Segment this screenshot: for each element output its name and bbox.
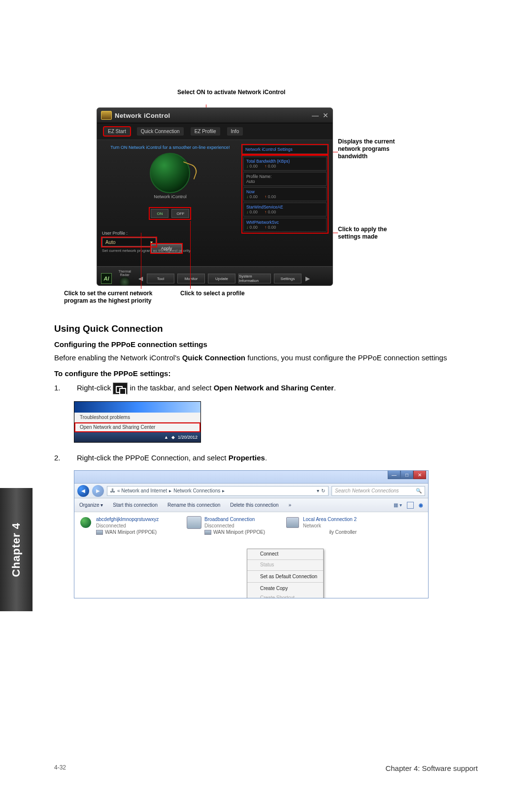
tray-flag-icon: ▲ [164,435,168,440]
toolbar-start-connection[interactable]: Start this connection [113,502,158,508]
preview-pane-icon[interactable] [407,502,414,509]
annot-line [141,233,141,289]
bottom-bar: AI Thermal Radar ◀ Tool Monitor Update S… [97,266,332,286]
heading-configuring-pppoe: Configuring the PPPoE connection setting… [54,340,478,349]
back-button[interactable]: ◀ [77,485,89,497]
chapter-title: Chapter 4: Software support [385,764,478,772]
user-profile-label: User Profile : [102,231,238,236]
connection-item[interactable]: abcdefghijklmnopqrstuvwxyz Disconnected … [78,516,182,595]
asus-logo-icon [101,111,112,120]
bandwidth-panel: Total Bandwidth (KBps) ↓ 0.00↑ 0.00 Prof… [242,156,328,233]
breadcrumb[interactable]: 🖧 « Network and Internet▸Network Connect… [107,486,329,496]
step-1: 1. Right-click in the taskbar, and selec… [54,383,478,394]
ai-suite-icon[interactable]: AI [101,273,112,284]
miniport-icon [96,530,103,535]
hint-text: Turn ON Network iControl for a smoother … [102,145,238,150]
profile-name-label: Profile Name: [246,174,324,179]
bottom-settings[interactable]: Settings [274,274,301,283]
annot-right-apply: Click to apply the settings made [338,226,407,241]
menu-troubleshoot[interactable]: Troubleshoot problems [74,413,200,422]
profile-select[interactable]: Auto ▾ [102,238,156,246]
page-footer: 4-32 Chapter 4: Software support [54,764,478,772]
view-icon[interactable]: ▦ ▾ [394,502,402,508]
on-button[interactable]: ON [151,209,168,218]
network-tray-icon [113,383,128,394]
toolbar-delete-connection[interactable]: Delete this connection [230,502,278,508]
tray-icon: ◆ [171,435,175,440]
chevron-down-icon: ▾ [150,240,153,245]
blurred-window-strip [74,402,200,413]
close-button[interactable]: ✕ [413,470,426,479]
bottom-sysinfo[interactable]: System Information [238,274,271,283]
body-text: Before enabling the Network iControl's Q… [54,352,478,363]
off-button[interactable]: OFF [171,209,189,218]
bottom-update[interactable]: Update [208,274,235,283]
minimize-button[interactable]: — [388,470,400,479]
heading-to-configure: To configure the PPPoE settings: [54,369,478,378]
figure-network-connections-window: — □ ✕ ◀ ▶ 🖧 « Network and Internet▸Netwo… [74,470,429,598]
window-titlebar: Network iControl — ✕ [97,108,332,123]
toolbar: Organize ▾ Start this connection Rename … [74,498,428,512]
annot-line [190,221,191,289]
ctx-create-shortcut[interactable]: Create Shortcut [247,593,323,598]
taskbar: ▲ ◆ 1/20/2012 [74,432,200,442]
step-2: 2. Right-click the PPPoE Connection, and… [54,453,478,464]
help-icon[interactable]: ◉ [419,502,423,508]
annot-bottom-left: Click to set the current network program… [64,290,172,305]
app-window-network-icontrol: Network iControl — ✕ EZ Start Quick Conn… [97,107,333,286]
tab-ez-profile[interactable]: EZ Profile [191,127,220,136]
connection-modem-icon [187,516,201,529]
connection-globe-icon [78,516,93,529]
ctx-status: Status [247,560,323,569]
annot-right-bandwidth: Displays the current network programs ba… [338,138,407,160]
ctx-connect[interactable]: Connect [247,549,323,560]
tab-quick-connection[interactable]: Quick Connection [137,127,184,136]
profile-select-value: Auto [105,240,116,245]
menu-open-network-sharing[interactable]: Open Network and Sharing Center [74,422,200,432]
ctx-create-copy[interactable]: Create Copy [247,584,323,593]
maximize-button[interactable]: □ [400,470,413,479]
chevron-right-icon[interactable]: ▶ [304,275,311,282]
radar-icon [119,277,130,286]
globe-icon [150,153,190,193]
toolbar-more[interactable]: » [289,502,292,508]
window-title: Network iControl [115,112,170,119]
toolbar-rename-connection[interactable]: Rename this connection [167,502,220,508]
context-menu: Connect Status Set as Default Connection… [247,549,324,598]
annot-top: Select ON to activate Network iControl [177,89,285,96]
globe-label: Network iControl [102,194,238,199]
connection-lan-icon [285,516,300,529]
page-number: 4-32 [54,764,66,772]
window-titlebar: — □ ✕ [74,471,428,484]
tab-info[interactable]: Info [227,127,243,136]
bottom-tool[interactable]: Tool [147,274,174,283]
thermal-radar[interactable]: Thermal Radar [115,270,134,286]
tray-date: 1/20/2012 [178,435,198,440]
bandwidth-label: Total Bandwidth (KBps) [246,159,324,164]
annot-bottom-mid: Click to select a profile [180,290,245,297]
tab-ez-start[interactable]: EZ Start [104,127,130,136]
bottom-monitor[interactable]: Monitor [177,274,205,283]
toolbar-organize[interactable]: Organize ▾ [79,502,103,508]
search-icon: 🔍 [416,488,422,493]
tabs: EZ Start Quick Connection EZ Profile Inf… [97,123,332,140]
close-icon[interactable]: ✕ [323,111,329,119]
search-input[interactable]: Search Network Connections 🔍 [332,486,425,496]
heading-using-quick-connection: Using Quick Connection [54,323,478,334]
network-folder-icon: 🖧 [110,488,115,493]
ctx-set-default[interactable]: Set as Default Connection [247,572,323,581]
forward-button[interactable]: ▶ [92,485,104,497]
chapter-tab: Chapter 4 [0,488,33,611]
minimize-icon[interactable]: — [312,111,319,119]
settings-header[interactable]: Network iControl Settings [242,145,328,154]
miniport-icon [204,530,211,535]
figure-tray-context-menu: Troubleshoot problems Open Network and S… [74,401,201,443]
